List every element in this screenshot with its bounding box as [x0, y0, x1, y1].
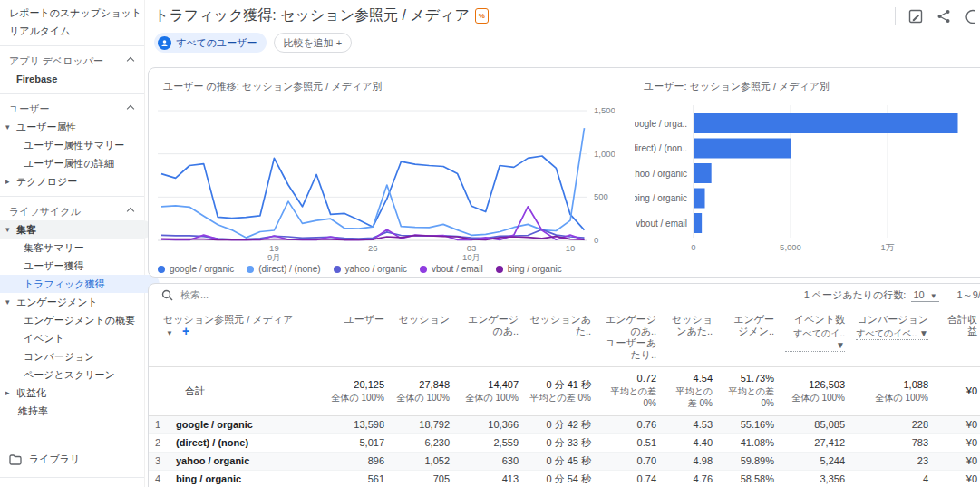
row-metric-value: 0.76 [600, 416, 665, 434]
totals-value: 0 分 41 秒 [529, 379, 591, 391]
column-header-11[interactable]: 合計収益 [937, 307, 980, 367]
bar[interactable] [694, 189, 705, 209]
totals-cell: ¥0 [937, 367, 980, 416]
folder-icon [9, 454, 22, 465]
bar[interactable] [694, 139, 791, 159]
sidebar-item-15[interactable]: ユーザー獲得 [0, 257, 144, 275]
bar[interactable] [694, 213, 703, 233]
totals-subtext: 全体の 100% [785, 392, 845, 404]
column-header-10[interactable]: コンバージョンすべてのイベ.. ▼ [854, 307, 937, 367]
totals-cell: 4.54平均との差 0% [665, 367, 722, 416]
row-metric-value: 4.40 [665, 434, 722, 453]
row-metric-value: 4 [854, 471, 937, 487]
row-number: 3 [149, 453, 174, 471]
bar[interactable] [694, 113, 958, 133]
sidebar-item-6[interactable]: ユーザー [0, 100, 144, 118]
sidebar-divider [0, 45, 144, 46]
row-metric-value: 0.70 [600, 453, 665, 471]
table-row[interactable]: 2(direct) / (none)5,0176,2302,5590 分 33 … [149, 434, 980, 453]
sidebar-item-14[interactable]: 集客サマリー [0, 239, 144, 257]
sidebar-item-22[interactable]: ▸収益化 [0, 384, 144, 402]
sidebar-divider [0, 477, 144, 478]
totals-subtext: 全体の 100% [328, 392, 384, 404]
x-axis-month-label: 9月 [267, 252, 281, 262]
legend-item[interactable]: google / organic [158, 264, 234, 274]
totals-cell: 0 分 41 秒平均との差 0% [528, 367, 600, 416]
sidebar-item-21[interactable]: ページとスクリーン [0, 365, 144, 384]
sidebar-item-9[interactable]: ユーザー属性の詳細 [0, 154, 144, 172]
sidebar-divider [0, 93, 144, 94]
sidebar-item-library[interactable]: ライブラリ [0, 447, 144, 472]
share-icon[interactable] [936, 9, 951, 24]
legend-dot-icon [496, 266, 503, 273]
all-users-chip[interactable]: すべてのユーザー [154, 33, 267, 53]
table-header: セッション参照元 / メディア▼+ユーザーセッションエンゲージのあ..セッション… [149, 307, 980, 367]
sidebar-item-label: ユーザー [9, 103, 50, 114]
sidebar-item-1[interactable]: リアルタイム [0, 22, 144, 40]
rows-per-page-select[interactable]: 10▼ [911, 289, 938, 302]
sidebar-item-label: ユーザー属性サマリー [24, 140, 124, 151]
insights-icon[interactable] [964, 9, 975, 24]
x-axis-month-label: 10月 [462, 252, 480, 262]
table-row[interactable]: 1google / organic13,59818,79210,3660 分 4… [149, 416, 980, 434]
chevron-right-icon: ▸ [5, 176, 10, 187]
chevron-up-icon[interactable] [127, 57, 134, 64]
sidebar-item-23[interactable]: 維持率 [0, 402, 144, 420]
users-trend-line-chart[interactable]: 05001,0001,500199月260310月10 [152, 98, 615, 263]
data-quality-icon[interactable]: % [475, 8, 489, 24]
row-metric-value: 0 分 42 秒 [528, 416, 600, 434]
bar-category-label: vbout / email [636, 219, 687, 229]
sidebar-item-10[interactable]: ▸テクノロジー [0, 172, 144, 190]
bar[interactable] [694, 163, 712, 183]
totals-subtext: 全体の 100% [395, 392, 450, 404]
add-comparison-chip[interactable]: 比較を追加 + [274, 33, 353, 53]
chevron-up-icon[interactable] [127, 105, 134, 112]
sort-icon[interactable]: ▼ [166, 329, 173, 337]
legend-item[interactable]: (direct) / (none) [247, 264, 320, 274]
sidebar-item-17[interactable]: ▾エンゲージメント [0, 293, 144, 311]
legend-item[interactable]: bing / organic [496, 264, 562, 274]
sidebar-item-label: ライフサイクル [9, 206, 81, 217]
column-header-7[interactable]: セッションあた.. [665, 307, 722, 367]
sidebar-item-3[interactable]: アプリ デベロッパー [0, 52, 144, 70]
sidebar-item-20[interactable]: コンバージョン [0, 347, 144, 365]
column-header-2[interactable]: ユーザー [326, 307, 393, 367]
column-header-label2: ユーザーあたり.. [602, 337, 656, 361]
sidebar-item-7[interactable]: ▾ユーザー属性 [0, 118, 144, 136]
sidebar-item-16[interactable]: トラフィック獲得 [0, 275, 160, 293]
column-header-8[interactable]: エンゲージメン.. [722, 307, 783, 367]
collapse-sidebar-button[interactable] [0, 483, 144, 487]
sidebar-item-label: アプリ デベロッパー [9, 55, 103, 66]
sidebar-item-4[interactable]: Firebase [0, 70, 144, 88]
sidebar-item-8[interactable]: ユーザー属性サマリー [0, 136, 144, 154]
column-header-4[interactable]: エンゲージのあ.. [459, 307, 528, 367]
line-series [161, 229, 585, 239]
customize-report-icon[interactable] [908, 9, 924, 24]
pagination: 1 ページあたりの行数: 10▼ 1～9/9 [804, 288, 980, 302]
column-header-source-medium[interactable]: セッション参照元 / メディア▼+ [149, 307, 326, 367]
sidebar-item-18[interactable]: エンゲージメントの概要 [0, 311, 144, 329]
column-header-5[interactable]: セッションあた.. [528, 307, 600, 367]
sidebar-item-label: トラフィック獲得 [24, 278, 105, 289]
column-header-6[interactable]: エンゲージのあ..ユーザーあたり.. [600, 307, 665, 367]
legend-item[interactable]: vbout / email [420, 264, 483, 274]
sidebar-item-12[interactable]: ライフサイクル [0, 202, 144, 220]
column-filter-dropdown[interactable]: すべてのイ.. ▼ [785, 327, 845, 352]
sidebar-item-19[interactable]: イベント [0, 329, 144, 347]
search-input[interactable]: 検索... [161, 288, 209, 302]
totals-cell: 20,125全体の 100% [326, 367, 393, 416]
users-by-source-bar-chart[interactable]: 05,0001万google / orga..(direct) / (non..… [635, 94, 979, 267]
table-row[interactable]: 4bing / organic5617054130 分 54 秒0.744.76… [149, 471, 980, 487]
table-row[interactable]: 3yahoo / organic8961,0526300 分 45 秒0.704… [149, 453, 980, 471]
chevron-up-icon[interactable] [127, 208, 134, 215]
column-filter-dropdown[interactable]: すべてのイベ.. ▼ [856, 327, 928, 340]
column-header-3[interactable]: セッション [393, 307, 459, 367]
totals-cell: 126,503全体の 100% [783, 367, 854, 416]
column-header-9[interactable]: イベント数すべてのイ.. ▼ [783, 307, 854, 367]
add-dimension-button[interactable]: + [182, 324, 189, 338]
row-metric-value: 13,598 [326, 416, 393, 434]
row-metric-value: 27,412 [783, 434, 854, 453]
legend-item[interactable]: yahoo / organic [334, 264, 407, 274]
sidebar-item-13[interactable]: ▾集客 [0, 220, 152, 239]
sidebar-item-0[interactable]: レポートのスナップショット [0, 4, 144, 22]
